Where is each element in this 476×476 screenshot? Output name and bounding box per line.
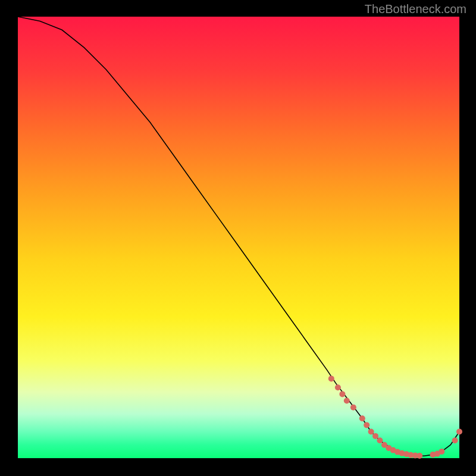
data-point [328,375,334,381]
data-point [377,437,383,443]
watermark-text: TheBottleneck.com [365,2,466,16]
data-point [439,449,444,455]
data-point [344,398,350,404]
data-point [416,453,422,459]
data-point [368,429,374,435]
data-point [364,422,369,428]
data-point [456,429,462,435]
data-point [335,384,341,390]
data-point [350,405,356,411]
chart-svg [18,17,459,458]
data-point [359,415,365,421]
data-point [339,391,345,397]
data-point [372,433,378,439]
bottleneck-curve [18,17,459,456]
data-point [452,437,458,443]
data-markers [328,375,462,459]
